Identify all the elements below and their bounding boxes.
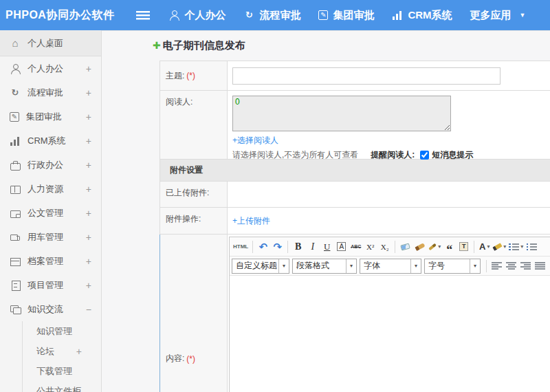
sms-checkbox[interactable] — [420, 151, 429, 160]
underline-icon[interactable]: U — [320, 239, 334, 254]
sidebar-item-workflow-approval[interactable]: ↻流程审批+ — [0, 80, 101, 105]
person-icon — [168, 10, 179, 21]
required-mark: (*) — [186, 354, 195, 364]
expand-icon[interactable]: + — [86, 87, 91, 98]
nav-label: CRM系统 — [408, 9, 452, 22]
nav-item-workflow-approval[interactable]: ↻流程审批 — [234, 0, 309, 30]
nav-label: 集团审批 — [333, 9, 374, 22]
eraser-icon[interactable] — [398, 239, 412, 254]
editor-select-3[interactable]: 字号▾ — [424, 259, 481, 274]
expand-icon[interactable]: + — [86, 135, 91, 146]
sidebar-item-vehicle-management[interactable]: 用车管理+ — [0, 225, 101, 249]
expand-icon[interactable]: + — [86, 256, 91, 267]
expand-icon[interactable]: + — [86, 63, 91, 74]
fontcolor-icon[interactable]: A▾ — [477, 239, 492, 254]
toolbar-separator — [287, 241, 288, 253]
flow-icon: ↻ — [10, 87, 21, 98]
nav-item-personal-office[interactable]: 个人办公 — [160, 0, 234, 30]
nav-item-crm-system[interactable]: CRM系统 — [383, 0, 461, 30]
expand-icon[interactable]: + — [86, 232, 91, 243]
readers-hint-text: 请选择阅读人,不选为所有人可查看 — [232, 149, 358, 161]
sidebar-item-label: 人力资源 — [28, 183, 63, 195]
select-label: 字号 — [425, 260, 445, 272]
nav-item-more-apps[interactable]: 更多应用▼ — [461, 0, 535, 30]
edit-icon: ✎ — [318, 10, 328, 20]
subject-label: 主题: (*) — [160, 61, 228, 90]
bold-icon[interactable]: B — [291, 239, 305, 254]
flow-icon: ↻ — [243, 10, 254, 21]
choose-readers-link[interactable]: +选择阅读人 — [232, 135, 278, 146]
chat-icon — [10, 304, 21, 315]
undo-icon[interactable]: ↶ — [256, 239, 270, 254]
subject-row: 主题: (*) — [160, 61, 550, 91]
sidebar-item-archive-management[interactable]: 档案管理+ — [0, 249, 101, 273]
link-icon[interactable]: ∞ — [547, 258, 550, 274]
sidebar-item-admin-office[interactable]: 行政办公+ — [0, 153, 101, 177]
sidebar-subitem-knowledge-management[interactable]: 知识管理 — [23, 321, 101, 341]
sidebar-item-document-management[interactable]: 公文管理+ — [0, 201, 101, 225]
strike-icon[interactable]: ABC — [349, 239, 363, 254]
subject-input[interactable] — [232, 67, 500, 85]
menu-icon[interactable] — [136, 11, 150, 20]
attachment-section-header: 附件设置 — [160, 160, 550, 182]
expand-icon[interactable]: + — [86, 184, 91, 195]
sidebar-subitem-label: 论坛 — [36, 345, 54, 358]
top-header: PHPOA协同办公软件 个人办公↻流程审批✎集团审批CRM系统更多应用▼ — [0, 0, 550, 30]
sidebar-item-label: CRM系统 — [28, 135, 66, 147]
sidebar-item-crm-system[interactable]: CRM系统+ — [0, 129, 101, 153]
sidebar-item-project-management[interactable]: 项目管理+ — [0, 273, 101, 297]
bullist-icon[interactable] — [525, 239, 539, 254]
redo-icon[interactable]: ↷ — [270, 239, 285, 254]
editor-content[interactable] — [230, 276, 550, 392]
person-icon — [10, 63, 21, 74]
expand-icon[interactable]: + — [86, 111, 91, 122]
editor-select-1[interactable]: 段落格式▾ — [292, 259, 357, 274]
wand-icon[interactable]: ▾ — [427, 239, 442, 254]
quote-icon[interactable]: “ — [442, 239, 456, 254]
caret-down-icon: ▾ — [410, 259, 421, 273]
publish-form: 主题: (*) 阅读人: 0 +选择阅读人 请选择阅读人,不选为所有人可查看 提… — [160, 61, 550, 392]
justify-icon[interactable] — [533, 258, 547, 274]
sidebar-item-human-resources[interactable]: 人力资源+ — [0, 177, 101, 201]
sidebar-subitem-download-management[interactable]: 下载管理 — [23, 361, 101, 381]
sidebar-item-personal-desktop[interactable]: ⌂个人桌面 — [0, 30, 101, 56]
toolbar-separator — [486, 260, 487, 272]
sidebar-sublist: 知识管理论坛+下载管理公共文件柜 — [22, 321, 101, 392]
sup-icon[interactable]: X² — [363, 239, 377, 254]
readers-textarea[interactable]: 0 — [232, 96, 451, 131]
fontbox-icon[interactable]: A — [334, 239, 349, 254]
sms-label: 短消息提示 — [432, 149, 473, 161]
html-icon[interactable]: HTML — [232, 239, 250, 254]
sidebar-item-label: 项目管理 — [28, 279, 63, 292]
brush-icon[interactable] — [412, 239, 427, 254]
sidebar-item-knowledge-exchange[interactable]: 知识交流− — [0, 297, 101, 321]
align-center-icon[interactable] — [504, 258, 518, 274]
italic-icon[interactable]: I — [305, 239, 320, 254]
caret-down-icon: ▾ — [470, 259, 480, 273]
editor-select-2[interactable]: 字体▾ — [360, 259, 421, 274]
sidebar-item-label: 档案管理 — [28, 255, 63, 268]
select-label: 自定义标题 — [232, 260, 277, 272]
sidebar-item-group-approval[interactable]: ✎集团审批+ — [0, 105, 101, 129]
align-right-icon[interactable] — [518, 258, 533, 274]
collapse-icon[interactable]: − — [86, 304, 91, 315]
align-left-icon[interactable] — [490, 258, 504, 274]
sub-icon[interactable]: X₂ — [377, 239, 392, 254]
sidebar-subitem-public-file-cabinet[interactable]: 公共文件柜 — [23, 381, 101, 392]
expand-icon[interactable]: + — [86, 280, 91, 291]
paste-icon[interactable]: T — [456, 239, 471, 254]
upload-attachment-link[interactable]: +上传附件 — [232, 215, 270, 227]
editor-select-0[interactable]: 自定义标题▾ — [232, 259, 289, 274]
expand-icon[interactable]: + — [86, 208, 91, 219]
sidebar-item-personal-office[interactable]: 个人办公+ — [0, 56, 101, 80]
nav-item-group-approval[interactable]: ✎集团审批 — [309, 0, 383, 30]
project-icon — [10, 280, 21, 291]
marker-icon[interactable]: ▾ — [492, 239, 507, 254]
uploaded-attachments-row: 已上传附件: — [160, 182, 550, 208]
readers-row: 阅读人: 0 +选择阅读人 请选择阅读人,不选为所有人可查看 提醒阅读人: 短消… — [160, 91, 550, 160]
expand-icon[interactable]: + — [86, 160, 91, 171]
folder-icon — [10, 208, 21, 219]
expand-icon[interactable]: + — [76, 346, 82, 357]
sidebar-subitem-forum[interactable]: 论坛+ — [23, 341, 101, 361]
numlist-icon[interactable]: ▾ — [507, 239, 525, 254]
